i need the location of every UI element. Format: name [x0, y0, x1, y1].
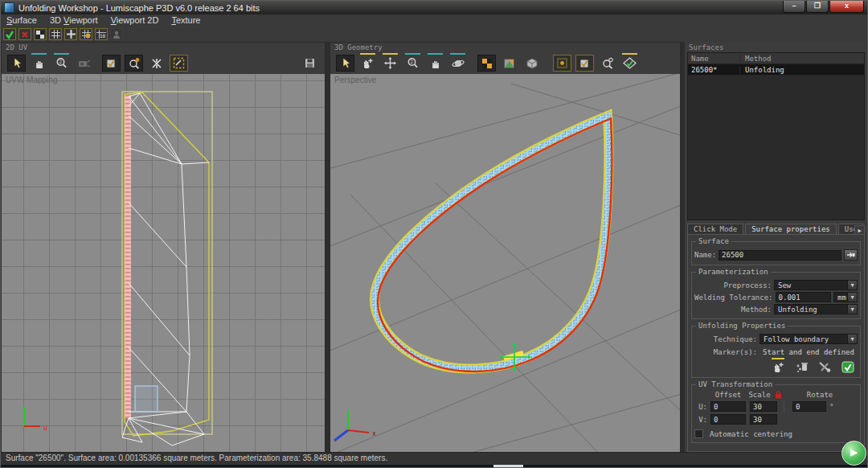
- title-bar[interactable]: Unfolding Workshop - Lumiscaphe P3D v6.0…: [1, 1, 867, 14]
- menu-surface[interactable]: Surface: [6, 15, 37, 25]
- menu-bar: Surface 3D Viewport Viewport 2D Texture: [1, 14, 867, 26]
- texture-view-button[interactable]: [500, 55, 518, 72]
- offset-header: Offset: [710, 391, 746, 399]
- viewport-3d[interactable]: Perspective: [330, 74, 680, 453]
- status-bar: Surface "26500". Surface area: 0.0013536…: [1, 452, 867, 465]
- parameterization-group-label: Parameterization: [696, 268, 771, 276]
- app-icon: [4, 2, 14, 13]
- validate-selection-button-3d[interactable]: [575, 55, 594, 72]
- viewport-2d[interactable]: UVW Mapping: [2, 74, 325, 453]
- validate-selection-button-2d[interactable]: [102, 55, 121, 72]
- menu-texture[interactable]: Texture: [171, 15, 200, 25]
- user-button[interactable]: [110, 28, 123, 40]
- marker-label: Marker(s):: [694, 348, 757, 356]
- confirm-button[interactable]: [3, 28, 16, 40]
- column-method[interactable]: Method: [740, 55, 864, 63]
- pan-hand-button[interactable]: [30, 55, 48, 72]
- chevron-down-icon: ▼: [847, 293, 857, 302]
- v-offset-input[interactable]: [710, 414, 746, 425]
- welding-tolerance-input[interactable]: [776, 292, 831, 302]
- add-marker-button[interactable]: [770, 359, 786, 374]
- magnifier-gear-icon: [128, 57, 141, 69]
- pointer-plus-icon: [362, 57, 374, 69]
- svg-text:u: u: [43, 425, 47, 432]
- automatic-centering-checkbox[interactable]: [694, 429, 703, 438]
- unfolding-group-label: Unfolding Properties: [696, 322, 788, 330]
- grid-10-button[interactable]: 10: [95, 28, 108, 40]
- surface-properties-page: Surface Name: Parameterization Preproces…: [687, 234, 865, 452]
- menu-viewport-2d[interactable]: Viewport 2D: [111, 15, 159, 25]
- dashed-select-button[interactable]: [170, 55, 188, 72]
- surface-name-cell: 26500*: [688, 66, 740, 74]
- tab-surface-properties[interactable]: Surface properties: [745, 224, 837, 234]
- surface-group: Surface Name:: [691, 241, 861, 265]
- orbit-button[interactable]: [448, 55, 467, 72]
- window-title: Unfolding Workshop - Lumiscaphe P3D v6.0…: [18, 3, 260, 13]
- move-button[interactable]: [381, 55, 399, 72]
- pick-surface-button[interactable]: [844, 249, 858, 261]
- marker-tools-button[interactable]: [817, 359, 833, 374]
- u-scale-input[interactable]: [750, 401, 777, 412]
- grid-texture-button[interactable]: [80, 28, 92, 40]
- taskbar-strip: [1, 465, 867, 467]
- pick-add-button[interactable]: [358, 55, 377, 72]
- maximize-button[interactable]: ❐: [806, 1, 829, 13]
- grid-display-button[interactable]: [49, 28, 62, 40]
- welding-unit-select[interactable]: mm▼: [833, 292, 858, 302]
- svg-text:x: x: [372, 430, 376, 437]
- column-name[interactable]: Name: [688, 55, 740, 63]
- save-uv-button[interactable]: [301, 55, 319, 72]
- marker-select-button[interactable]: [553, 55, 571, 72]
- cancel-button[interactable]: [18, 28, 31, 40]
- dashed-rect-icon: [173, 57, 185, 69]
- tab-click-mode[interactable]: Click Mode: [687, 224, 743, 234]
- crosshair-button[interactable]: [64, 28, 77, 40]
- leaf-surface-graphic: x: [330, 74, 680, 453]
- close-button[interactable]: x: [829, 1, 864, 13]
- apply-markers-button[interactable]: [840, 359, 856, 374]
- solid-view-button[interactable]: [522, 55, 541, 72]
- unfold-check-button[interactable]: [620, 55, 639, 72]
- minimize-button[interactable]: –: [783, 1, 805, 13]
- menu-3d-viewport[interactable]: 3D Viewport: [50, 15, 98, 25]
- tab-strip: Click Mode Surface properties User text …: [687, 224, 865, 234]
- select-arrow-button[interactable]: [7, 55, 26, 72]
- table-row[interactable]: 26500* Unfolding: [688, 64, 864, 75]
- pan-hand-button-3d[interactable]: [426, 55, 444, 72]
- grid-10-icon: 10: [96, 30, 106, 39]
- green-check-icon: [841, 361, 854, 373]
- pointer-plus-icon: [772, 361, 784, 373]
- zoom-settings-button-2d[interactable]: [125, 55, 143, 72]
- apply-fab-button[interactable]: ▶: [841, 441, 866, 466]
- u-label: U:: [694, 403, 707, 411]
- method-select[interactable]: Unfolding▼: [774, 304, 858, 314]
- delete-marker-button[interactable]: [793, 359, 809, 374]
- technique-select[interactable]: Follow boundary▼: [760, 334, 858, 344]
- panel-3d-geometry: 3D Geometry 2 Perspective: [330, 42, 681, 454]
- zoom-settings-button-3d[interactable]: [598, 55, 616, 72]
- v-scale-input[interactable]: [750, 414, 777, 425]
- projector-button[interactable]: [75, 55, 93, 72]
- tabs-scroll-right-button[interactable]: ▶: [854, 225, 865, 234]
- marker-buttons: [694, 358, 858, 375]
- unfolding-properties-group: Unfolding Properties Technique: Follow b…: [691, 326, 861, 378]
- zoom-button-3d[interactable]: 2: [403, 55, 422, 72]
- svg-text:2: 2: [411, 59, 414, 64]
- grid-texture-icon: [82, 30, 91, 39]
- scale-lock-icon[interactable]: [775, 391, 782, 399]
- panel-2d-title: 2D UV: [2, 43, 325, 52]
- rotate-input[interactable]: [792, 401, 826, 412]
- name-input[interactable]: [719, 250, 841, 261]
- select-arrow-button-3d[interactable]: [336, 55, 354, 72]
- u-offset-input[interactable]: [710, 401, 746, 412]
- automatic-centering-label: Automatic centering: [710, 430, 792, 438]
- surfaces-header-row[interactable]: Name Method: [688, 53, 864, 64]
- hand-icon: [430, 58, 441, 69]
- preprocess-select[interactable]: Sew▼: [774, 280, 858, 290]
- panel-3d-title: 3D Geometry: [330, 43, 680, 52]
- tools-button-2d[interactable]: [147, 55, 166, 72]
- orbit-icon: [452, 58, 465, 69]
- zoom-button-2d[interactable]: 2: [52, 55, 71, 72]
- checker-display-button[interactable]: [34, 28, 47, 40]
- checker-view-button[interactable]: [477, 55, 496, 72]
